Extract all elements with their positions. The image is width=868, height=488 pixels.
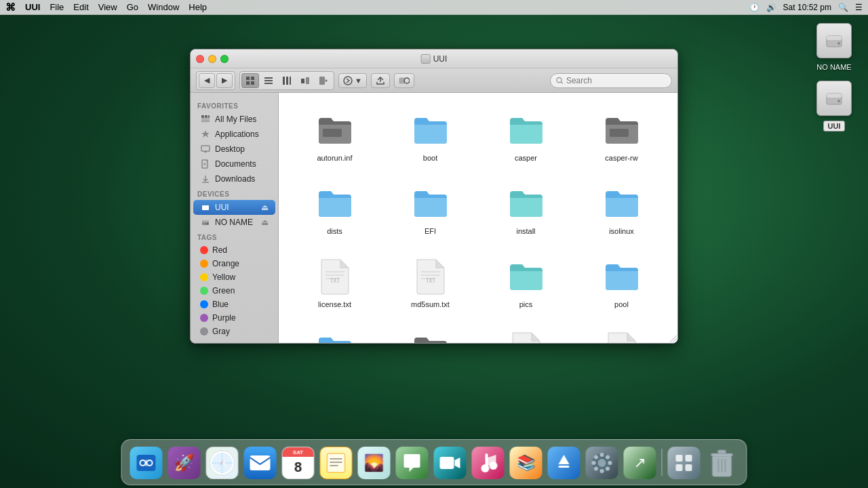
svg-rect-97 <box>676 464 683 471</box>
svg-rect-38 <box>202 205 209 207</box>
list-item[interactable]: pool <box>576 250 667 312</box>
list-item[interactable]: TXT md5sum.txt <box>385 250 475 312</box>
sidebar-item-tag-blue[interactable]: Blue <box>193 298 275 311</box>
menubar-file[interactable]: File <box>50 2 64 12</box>
no-name-eject-button[interactable]: ⏏ <box>261 218 269 227</box>
toolbar: ◀ ▶ <box>191 68 677 93</box>
dock-item-messages[interactable] <box>395 445 430 481</box>
icon-view-button[interactable] <box>241 73 259 88</box>
sidebar-item-documents[interactable]: Documents <box>193 157 275 171</box>
svg-point-39 <box>207 208 209 210</box>
dock-item-grid[interactable] <box>667 445 702 481</box>
list-item[interactable]: isolinux <box>576 177 667 239</box>
sidebar-item-tag-gray[interactable]: Gray <box>193 325 275 338</box>
menubar-finder[interactable]: UUI <box>25 2 40 12</box>
menubar-view[interactable]: View <box>98 2 117 12</box>
dock-item-system-preferences[interactable] <box>585 445 620 481</box>
dock-item-notes[interactable] <box>319 445 354 481</box>
sidebar-item-tag-red[interactable]: Red <box>193 243 275 257</box>
minimize-button[interactable] <box>208 55 216 63</box>
close-button[interactable] <box>196 55 204 63</box>
list-item[interactable]: autorun.inf <box>290 104 380 166</box>
tags-section-label: TAGS <box>191 230 278 243</box>
sidebar-item-desktop[interactable]: Desktop <box>193 142 275 157</box>
list-item[interactable]: boot <box>385 104 475 166</box>
view-options-button[interactable] <box>315 73 332 88</box>
dock-item-photos[interactable]: 🌄 <box>357 445 392 481</box>
menubar-edit[interactable]: Edit <box>73 2 88 12</box>
notification-icon[interactable]: ☰ <box>855 3 863 12</box>
sidebar-item-tag-purple[interactable]: Purple <box>193 311 275 325</box>
list-item[interactable]: TXT <box>576 323 667 343</box>
sidebar-item-tag-yellow[interactable]: Yellow <box>193 270 275 284</box>
back-button[interactable]: ◀ <box>199 73 215 88</box>
sidebar-applications-label: Applications <box>215 129 259 139</box>
list-item[interactable]: TXT license.txt <box>290 250 380 312</box>
list-item[interactable]: dists <box>290 177 380 239</box>
list-item[interactable]: install <box>481 177 571 239</box>
tag-button[interactable] <box>394 73 414 88</box>
dock-item-finder[interactable] <box>129 445 164 481</box>
all-my-files-icon <box>200 114 211 125</box>
uui-drive-icon[interactable]: UUI <box>814 78 854 131</box>
resize-handle[interactable] <box>668 333 677 343</box>
list-item[interactable]: syslinux.cfg <box>385 323 475 343</box>
file-icon <box>505 254 548 298</box>
clock-icon: 🕐 <box>749 3 760 12</box>
column-view-button[interactable] <box>278 73 296 88</box>
dock-item-ibooks[interactable]: 📚 <box>509 445 544 481</box>
sidebar-item-applications[interactable]: Applications <box>193 127 275 142</box>
volume-icon[interactable]: 🔊 <box>766 3 776 12</box>
list-item[interactable]: casper-rw <box>576 104 667 166</box>
list-view-button[interactable] <box>260 73 277 88</box>
dock-item-safari[interactable] <box>205 445 240 481</box>
sidebar-item-no-name[interactable]: NO NAME ⏏ <box>193 215 275 230</box>
svg-rect-12 <box>264 83 273 84</box>
dock-item-mail[interactable] <box>243 445 278 481</box>
share-button[interactable] <box>371 73 390 88</box>
sidebar-item-tag-orange[interactable]: Orange <box>193 257 275 270</box>
list-item[interactable]: casper <box>481 104 571 166</box>
menubar-go[interactable]: Go <box>127 2 138 12</box>
svg-rect-18 <box>319 77 325 85</box>
coverflow-view-button[interactable] <box>296 73 314 88</box>
sidebar-item-tag-green[interactable]: Green <box>193 284 275 298</box>
spotlight-icon[interactable]: 🔍 <box>838 3 848 12</box>
sidebar-item-uui[interactable]: UUI ⏏ <box>193 200 275 215</box>
svg-marker-80 <box>455 458 460 468</box>
devices-section-label: DEVICES <box>191 186 278 200</box>
action-button[interactable]: ▼ <box>338 73 367 88</box>
no-name-drive-icon[interactable]: NO NAME <box>814 20 854 71</box>
forward-button[interactable]: ▶ <box>216 73 233 88</box>
dock-item-facetime[interactable] <box>433 445 468 481</box>
svg-point-93 <box>594 467 598 471</box>
dock-item-itunes[interactable] <box>471 445 506 481</box>
uui-eject-button[interactable]: ⏏ <box>261 203 269 212</box>
list-item[interactable]: TXT <box>481 323 571 343</box>
sidebar-item-downloads[interactable]: Downloads <box>193 171 275 186</box>
search-input[interactable] <box>566 76 666 85</box>
sidebar-item-all-my-files[interactable]: All My Files <box>193 112 275 127</box>
svg-rect-14 <box>286 77 288 85</box>
file-name: autorun.inf <box>317 154 353 162</box>
svg-rect-26 <box>205 115 208 118</box>
dock-item-migration[interactable]: ↗ <box>623 445 658 481</box>
maximize-button[interactable] <box>220 55 229 63</box>
menubar-help[interactable]: Help <box>189 2 207 12</box>
list-item[interactable]: EFI <box>385 177 475 239</box>
search-bar[interactable] <box>550 73 672 88</box>
red-tag-dot <box>200 246 208 254</box>
desktop-icon-small <box>200 144 211 155</box>
apple-menu[interactable]: ⌘ <box>5 1 16 14</box>
dock-item-launchpad[interactable]: 🚀 <box>167 445 202 481</box>
svg-point-87 <box>600 453 604 457</box>
dock-item-appstore[interactable] <box>547 445 582 481</box>
svg-point-86 <box>598 459 606 467</box>
list-item[interactable]: pics <box>481 250 571 312</box>
no-name-drive-label: NO NAME <box>816 63 851 71</box>
dock-item-calendar[interactable]: SAT 8 <box>281 445 316 481</box>
menubar-window[interactable]: Window <box>148 2 179 12</box>
file-icon <box>313 181 357 224</box>
list-item[interactable]: preseed <box>290 323 380 343</box>
dock-item-trash[interactable] <box>705 445 740 481</box>
